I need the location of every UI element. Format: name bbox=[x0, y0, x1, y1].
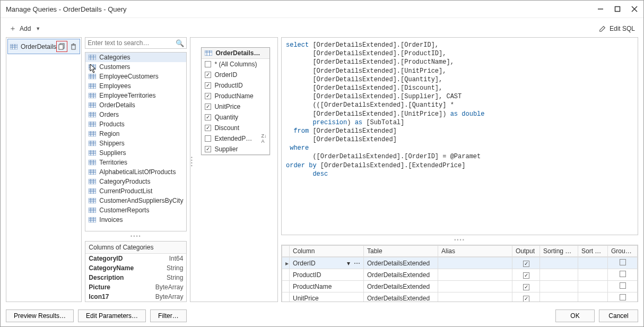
edit-parameters-button[interactable]: Edit Parameters… bbox=[78, 309, 146, 322]
search-input[interactable] bbox=[88, 39, 176, 47]
cell-groupby[interactable] bbox=[608, 269, 638, 281]
cell-table[interactable]: OrderDetailsExtended bbox=[364, 292, 438, 302]
field-row[interactable]: UnitPrice bbox=[202, 101, 269, 112]
cell-output[interactable] bbox=[512, 257, 540, 269]
output-grid[interactable]: ▸OrderID ▾ ⋯OrderDetailsExtendedProductI… bbox=[282, 257, 638, 302]
field-checkbox[interactable] bbox=[205, 61, 211, 67]
cell-alias[interactable] bbox=[438, 257, 512, 269]
table-item[interactable]: Suppliers bbox=[85, 148, 186, 158]
output-checkbox[interactable] bbox=[523, 284, 529, 290]
cell-column[interactable]: ProductName bbox=[290, 281, 364, 292]
copy-button[interactable] bbox=[58, 42, 66, 50]
grid-header[interactable]: Output bbox=[512, 246, 540, 257]
cell-groupby[interactable] bbox=[608, 281, 638, 292]
table-item[interactable]: CustomerReports bbox=[85, 205, 186, 215]
field-checkbox[interactable] bbox=[205, 135, 211, 142]
table-item[interactable]: CurrentProductList bbox=[85, 186, 186, 196]
field-checkbox[interactable] bbox=[205, 125, 211, 131]
edit-sql-button[interactable]: Edit SQL bbox=[596, 23, 638, 34]
table-item[interactable]: Orders bbox=[85, 110, 186, 119]
search-box[interactable]: 🔍 bbox=[85, 37, 187, 49]
cell-table[interactable]: OrderDetailsExtended bbox=[364, 257, 438, 269]
field-row[interactable]: * (All Columns) bbox=[202, 59, 269, 70]
cell-table[interactable]: OrderDetailsExtended bbox=[364, 281, 438, 292]
table-item[interactable]: Shippers bbox=[85, 139, 186, 148]
grid-row[interactable]: ProductNameOrderDetailsExtended bbox=[282, 281, 638, 292]
groupby-checkbox[interactable] bbox=[620, 282, 626, 289]
field-row[interactable]: ProductName bbox=[202, 91, 269, 101]
close-button[interactable] bbox=[631, 5, 638, 13]
table-item[interactable]: OrderDetails bbox=[85, 100, 186, 110]
sql-preview[interactable]: select [OrderDetailsExtended].[OrderID],… bbox=[281, 37, 638, 235]
cell-column[interactable]: OrderID ▾ ⋯ bbox=[290, 257, 364, 269]
cell-groupby[interactable] bbox=[608, 257, 638, 269]
cell-groupby[interactable] bbox=[608, 292, 638, 302]
grid-header[interactable]: Table bbox=[364, 246, 438, 257]
splitter-horizontal[interactable]: •••• bbox=[281, 238, 638, 242]
cell-column[interactable]: ProductID bbox=[290, 269, 364, 281]
grid-header[interactable]: Sort Or… bbox=[578, 246, 608, 257]
cell-sortorder[interactable] bbox=[578, 292, 608, 302]
field-row[interactable]: Supplier bbox=[202, 144, 269, 154]
field-row[interactable]: OrderID bbox=[202, 70, 269, 80]
field-checkbox[interactable] bbox=[205, 146, 211, 152]
output-checkbox[interactable] bbox=[523, 261, 529, 267]
table-widget-header[interactable]: OrderDetails… bbox=[202, 48, 269, 59]
grid-row[interactable]: ▸OrderID ▾ ⋯OrderDetailsExtended bbox=[282, 257, 638, 269]
splitter-vertical[interactable]: •••• bbox=[190, 157, 194, 168]
cell-alias[interactable] bbox=[438, 269, 512, 281]
field-row[interactable]: ProductID bbox=[202, 80, 269, 91]
field-checkbox[interactable] bbox=[205, 93, 211, 99]
table-item[interactable]: EmployeeCustomers bbox=[85, 72, 186, 81]
cell-sorting[interactable] bbox=[540, 257, 578, 269]
ok-button[interactable]: OK bbox=[555, 309, 595, 322]
grid-header[interactable]: Column bbox=[290, 246, 364, 257]
cell-alias[interactable] bbox=[438, 281, 512, 292]
field-row[interactable]: ExtendedP…Z↓A bbox=[202, 133, 269, 144]
cell-alias[interactable] bbox=[438, 292, 512, 302]
table-item[interactable]: Employees bbox=[85, 81, 186, 91]
grid-header[interactable]: Sorting Type bbox=[540, 246, 578, 257]
field-checkbox[interactable] bbox=[205, 72, 211, 78]
table-widget[interactable]: OrderDetails… * (All Columns)OrderIDProd… bbox=[201, 47, 270, 155]
field-checkbox[interactable] bbox=[205, 104, 211, 110]
query-item[interactable]: OrderDetails bbox=[7, 39, 80, 54]
add-button[interactable]: ＋ Add ▼ bbox=[6, 22, 43, 35]
field-checkbox[interactable] bbox=[205, 114, 211, 121]
groupby-checkbox[interactable] bbox=[620, 294, 626, 300]
preview-results-button[interactable]: Preview Results… bbox=[6, 309, 74, 322]
cell-sortorder[interactable] bbox=[578, 257, 608, 269]
cell-column[interactable]: UnitPrice bbox=[290, 292, 364, 302]
cell-sortorder[interactable] bbox=[578, 269, 608, 281]
column-row[interactable]: DescriptionString bbox=[85, 273, 186, 282]
groupby-checkbox[interactable] bbox=[620, 259, 626, 265]
field-row[interactable]: Quantity bbox=[202, 112, 269, 123]
minimize-button[interactable] bbox=[597, 5, 604, 13]
grid-header[interactable]: Group By bbox=[608, 246, 638, 257]
grid-header[interactable]: Alias bbox=[438, 246, 512, 257]
column-row[interactable]: PictureByteArray bbox=[85, 282, 186, 292]
table-item[interactable]: Invoices bbox=[85, 215, 186, 225]
grid-row[interactable]: ProductIDOrderDetailsExtended bbox=[282, 269, 638, 281]
grid-row[interactable]: UnitPriceOrderDetailsExtended bbox=[282, 292, 638, 302]
tables-list[interactable]: CategoriesCustomersEmployeeCustomersEmpl… bbox=[85, 52, 187, 231]
column-row[interactable]: CategoryIDInt64 bbox=[85, 254, 186, 263]
query-designer-surface[interactable]: •••• OrderDetails… * (All Columns)OrderI… bbox=[190, 37, 278, 302]
table-item[interactable]: Region bbox=[85, 129, 186, 139]
field-checkbox[interactable] bbox=[205, 82, 211, 89]
column-row[interactable]: CategoryNameString bbox=[85, 263, 186, 273]
cell-output[interactable] bbox=[512, 292, 540, 302]
cell-sortorder[interactable] bbox=[578, 281, 608, 292]
cell-sorting[interactable] bbox=[540, 281, 578, 292]
cell-output[interactable] bbox=[512, 281, 540, 292]
cancel-button[interactable]: Cancel bbox=[599, 309, 638, 322]
groupby-checkbox[interactable] bbox=[620, 271, 626, 277]
table-item[interactable]: Customers bbox=[85, 62, 186, 72]
field-row[interactable]: Discount bbox=[202, 123, 269, 133]
table-item[interactable]: EmployeeTerritories bbox=[85, 91, 186, 100]
table-item[interactable]: CategoryProducts bbox=[85, 177, 186, 186]
cell-output[interactable] bbox=[512, 269, 540, 281]
table-item[interactable]: AlphabeticalListOfProducts bbox=[85, 167, 186, 177]
splitter-horizontal[interactable]: •••• bbox=[85, 235, 187, 238]
cell-table[interactable]: OrderDetailsExtended bbox=[364, 269, 438, 281]
